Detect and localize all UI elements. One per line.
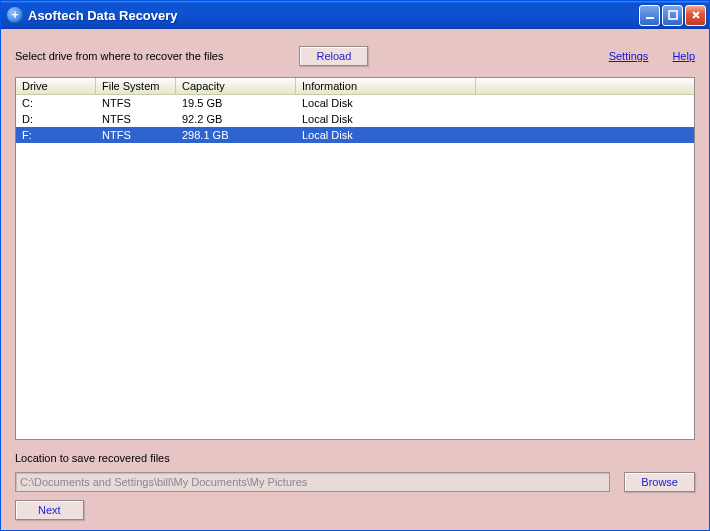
top-toolbar: Select drive from where to recover the f… xyxy=(15,43,695,69)
maximize-button[interactable] xyxy=(662,5,683,26)
next-button[interactable]: Next xyxy=(15,500,84,520)
svg-rect-1 xyxy=(669,11,677,19)
cell-capacity: 92.2 GB xyxy=(176,113,296,125)
header-blank xyxy=(476,78,694,94)
cell-capacity: 19.5 GB xyxy=(176,97,296,109)
prompt-label: Select drive from where to recover the f… xyxy=(15,50,223,62)
drive-row[interactable]: C:NTFS19.5 GBLocal Disk xyxy=(16,95,694,111)
cell-fs: NTFS xyxy=(96,129,176,141)
reload-button[interactable]: Reload xyxy=(299,46,368,66)
header-file-system[interactable]: File System xyxy=(96,78,176,94)
cell-drive: D: xyxy=(16,113,96,125)
cell-info: Local Disk xyxy=(296,97,476,109)
app-icon: + xyxy=(7,7,23,23)
header-capacity[interactable]: Capacity xyxy=(176,78,296,94)
content-area: Select drive from where to recover the f… xyxy=(1,29,709,530)
help-link[interactable]: Help xyxy=(672,50,695,62)
cell-drive: F: xyxy=(16,129,96,141)
save-path-input[interactable] xyxy=(15,472,610,492)
settings-link[interactable]: Settings xyxy=(609,50,649,62)
cell-capacity: 298.1 GB xyxy=(176,129,296,141)
drive-list: Drive File System Capacity Information C… xyxy=(15,77,695,440)
svg-rect-0 xyxy=(646,17,654,19)
location-row: Browse xyxy=(15,472,695,492)
cell-drive: C: xyxy=(16,97,96,109)
header-information[interactable]: Information xyxy=(296,78,476,94)
cell-info: Local Disk xyxy=(296,129,476,141)
titlebar: + Asoftech Data Recovery xyxy=(1,1,709,29)
footer-buttons: Next xyxy=(15,500,695,520)
cell-fs: NTFS xyxy=(96,113,176,125)
drive-row[interactable]: F:NTFS298.1 GBLocal Disk xyxy=(16,127,694,143)
close-button[interactable] xyxy=(685,5,706,26)
browse-button[interactable]: Browse xyxy=(624,472,695,492)
window-controls xyxy=(639,5,706,26)
drive-rows: C:NTFS19.5 GBLocal DiskD:NTFS92.2 GBLoca… xyxy=(16,95,694,439)
cell-fs: NTFS xyxy=(96,97,176,109)
column-headers: Drive File System Capacity Information xyxy=(16,78,694,95)
header-drive[interactable]: Drive xyxy=(16,78,96,94)
drive-row[interactable]: D:NTFS92.2 GBLocal Disk xyxy=(16,111,694,127)
app-window: + Asoftech Data Recovery Select drive fr… xyxy=(0,0,710,531)
window-title: Asoftech Data Recovery xyxy=(28,8,639,23)
location-label: Location to save recovered files xyxy=(15,452,695,464)
cell-info: Local Disk xyxy=(296,113,476,125)
minimize-button[interactable] xyxy=(639,5,660,26)
